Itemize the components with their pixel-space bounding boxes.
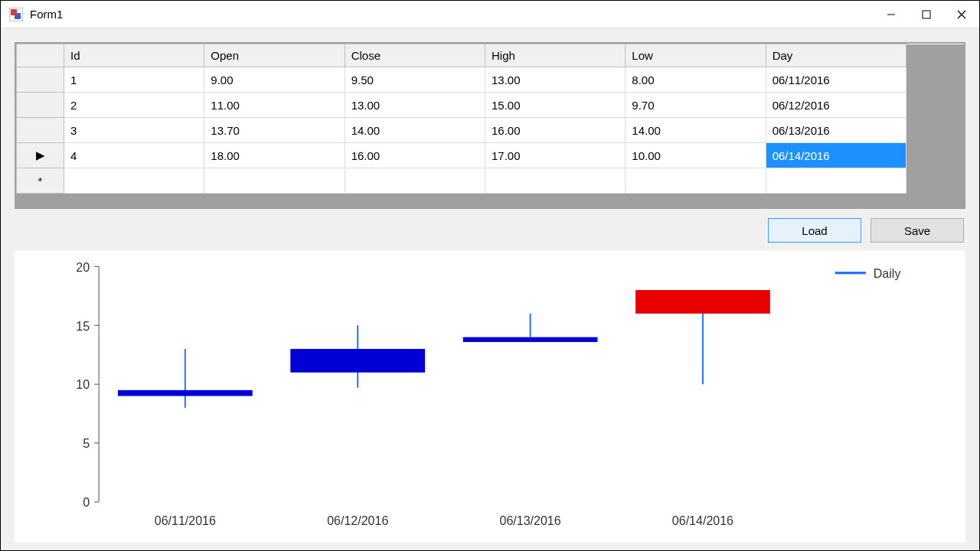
cell-low[interactable]: 9.70 [626,93,766,118]
svg-text:15: 15 [76,318,90,333]
cell-close[interactable]: 16.00 [345,143,485,168]
close-button[interactable] [944,1,979,28]
cell-open[interactable]: 9.00 [204,67,345,93]
new-row-indicator-icon[interactable]: * [17,168,64,194]
maximize-button[interactable] [909,1,944,28]
cell-high[interactable]: 15.00 [485,93,625,118]
table-row[interactable]: 1 9.00 9.50 13.00 8.00 06/11/2016 [17,67,964,93]
col-id[interactable]: Id [64,44,204,67]
svg-rect-22 [118,390,253,396]
cell-day[interactable]: 06/12/2016 [766,93,906,118]
cell-day[interactable]: 06/11/2016 [766,67,906,93]
app-icon [8,7,24,22]
col-day[interactable]: Day [766,44,906,67]
svg-rect-28 [463,337,598,342]
row-header[interactable] [17,67,64,93]
cell-open[interactable]: 13.70 [204,118,345,143]
cell-high[interactable]: 17.00 [485,143,625,168]
svg-text:06/14/2016: 06/14/2016 [672,513,733,527]
row-header[interactable] [17,118,64,143]
cell-id[interactable]: 3 [64,118,204,143]
cell-open[interactable]: 18.00 [204,143,345,168]
vscroll-gutter [906,44,964,67]
row-header[interactable] [17,93,64,118]
cell-close[interactable]: 14.00 [345,118,485,143]
cell-day-selected[interactable]: 06/14/2016 [766,143,906,168]
svg-text:06/13/2016: 06/13/2016 [499,513,560,527]
svg-rect-5 [923,11,930,18]
svg-text:10: 10 [76,377,90,392]
datagrid-header-row: Id Open Close High Low Day [17,44,964,67]
datagrid-bottom-gutter [16,194,964,207]
titlebar: Form1 [1,1,979,28]
rowheader-corner[interactable] [17,44,64,67]
cell-low[interactable]: 14.00 [626,118,766,143]
cell-id[interactable]: 4 [64,143,204,168]
cell-close[interactable]: 9.50 [345,67,485,93]
table-row-current[interactable]: ▶ 4 18.00 16.00 17.00 10.00 06/14/2016 [17,143,964,168]
cell-low[interactable]: 8.00 [626,67,766,93]
svg-rect-31 [635,290,770,314]
cell-high[interactable]: 13.00 [485,67,625,93]
datagrid[interactable]: Id Open Close High Low Day 1 9.00 9.50 [15,42,965,209]
svg-text:20: 20 [76,259,90,274]
window-title: Form1 [30,8,63,21]
button-bar: Load Save [15,218,964,243]
cell-high[interactable]: 16.00 [485,118,625,143]
table-row[interactable]: 3 13.70 14.00 16.00 14.00 06/13/2016 [17,118,964,143]
svg-text:0: 0 [83,495,90,510]
table-row-new[interactable]: * [17,168,964,194]
cell-id[interactable]: 1 [64,67,204,93]
app-window: Form1 Id Open Close [0,0,980,551]
svg-text:5: 5 [83,436,90,451]
col-high[interactable]: High [485,44,625,67]
client-area: Id Open Close High Low Day 1 9.00 9.50 [1,28,979,550]
current-row-indicator-icon[interactable]: ▶ [17,143,64,168]
svg-text:06/11/2016: 06/11/2016 [155,513,216,527]
minimize-button[interactable] [874,1,909,28]
svg-rect-3 [15,13,17,15]
col-low[interactable]: Low [626,44,766,67]
load-button[interactable]: Load [768,218,861,243]
cell-low[interactable]: 10.00 [626,143,766,168]
cell-day[interactable]: 06/13/2016 [766,118,906,143]
svg-text:Daily: Daily [874,266,901,281]
col-open[interactable]: Open [204,44,345,67]
table-row[interactable]: 2 11.00 13.00 15.00 9.70 06/12/2016 [17,93,964,118]
col-close[interactable]: Close [345,44,485,67]
svg-rect-25 [290,349,425,373]
save-button[interactable]: Save [871,218,964,243]
candlestick-chart: 05101520Daily06/11/201606/12/201606/13/2… [15,250,965,543]
cell-id[interactable]: 2 [64,93,204,118]
cell-open[interactable]: 11.00 [204,93,345,118]
cell-close[interactable]: 13.00 [345,93,485,118]
svg-text:06/12/2016: 06/12/2016 [327,513,388,527]
